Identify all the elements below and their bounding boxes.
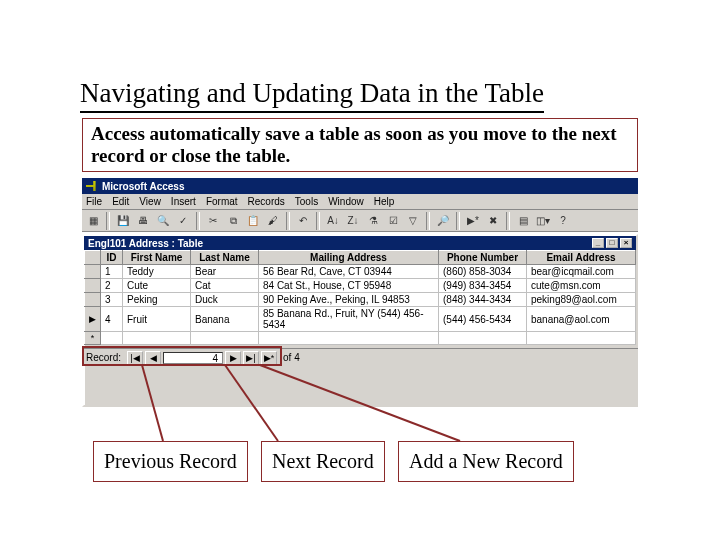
cell-first[interactable]: Teddy xyxy=(123,265,191,279)
cell-email[interactable]: cute@msn.com xyxy=(527,279,636,293)
cell-id[interactable]: 2 xyxy=(101,279,123,293)
paste-icon[interactable]: 📋 xyxy=(244,212,262,230)
cell-phone[interactable] xyxy=(439,332,527,345)
filter-selection-icon[interactable]: ⚗ xyxy=(364,212,382,230)
cell-phone[interactable]: (848) 344-3434 xyxy=(439,293,527,307)
cell-phone[interactable]: (544) 456-5434 xyxy=(439,307,527,332)
menu-file[interactable]: File xyxy=(86,196,102,207)
row-selector-new[interactable]: * xyxy=(85,332,101,345)
menu-help[interactable]: Help xyxy=(374,196,395,207)
row-selector[interactable] xyxy=(85,293,101,307)
table-row[interactable]: 2 Cute Cat 84 Cat St., House, CT 95948 (… xyxy=(85,279,636,293)
table-row[interactable]: ▶ 4 Fruit Banana 85 Banana Rd., Fruit, N… xyxy=(85,307,636,332)
row-selector-current[interactable]: ▶ xyxy=(85,307,101,332)
menu-edit[interactable]: Edit xyxy=(112,196,129,207)
table-row[interactable]: 1 Teddy Bear 56 Bear Rd, Cave, CT 03944 … xyxy=(85,265,636,279)
col-phone[interactable]: Phone Number xyxy=(439,251,527,265)
cell-phone[interactable]: (949) 834-3454 xyxy=(439,279,527,293)
window-buttons: _ □ × xyxy=(592,238,632,248)
toolbar-sep xyxy=(316,212,320,230)
cell-last[interactable]: Banana xyxy=(191,307,259,332)
page-title: Navigating and Updating Data in the Tabl… xyxy=(80,78,544,113)
db-window-icon[interactable]: ▤ xyxy=(514,212,532,230)
menu-insert[interactable]: Insert xyxy=(171,196,196,207)
cell-phone[interactable]: (860) 858-3034 xyxy=(439,265,527,279)
cell-first[interactable]: Fruit xyxy=(123,307,191,332)
cell-id[interactable]: 1 xyxy=(101,265,123,279)
cell-email[interactable]: peking89@aol.com xyxy=(527,293,636,307)
table-row[interactable]: 3 Peking Duck 90 Peking Ave., Peking, IL… xyxy=(85,293,636,307)
toolbar-sep xyxy=(196,212,200,230)
cell-addr[interactable]: 90 Peking Ave., Peking, IL 94853 xyxy=(259,293,439,307)
menu-records[interactable]: Records xyxy=(248,196,285,207)
table-titlebar: Engl101 Address : Table _ □ × xyxy=(84,236,636,250)
app-titlebar: Microsoft Access xyxy=(82,178,638,194)
subtitle-box: Access automatically save a table as soo… xyxy=(82,118,638,172)
help-icon[interactable]: ? xyxy=(554,212,572,230)
save-icon[interactable]: 💾 xyxy=(114,212,132,230)
cell-addr[interactable]: 85 Banana Rd., Fruit, NY (544) 456-5434 xyxy=(259,307,439,332)
cell-email[interactable] xyxy=(527,332,636,345)
cut-icon[interactable]: ✂ xyxy=(204,212,222,230)
cell-email[interactable]: banana@aol.com xyxy=(527,307,636,332)
label-next-record: Next Record xyxy=(261,441,385,482)
table-child-window: Engl101 Address : Table _ □ × ID First N… xyxy=(82,234,638,407)
format-painter-icon[interactable]: 🖌 xyxy=(264,212,282,230)
apply-filter-icon[interactable]: ▽ xyxy=(404,212,422,230)
sort-desc-icon[interactable]: Z↓ xyxy=(344,212,362,230)
new-object-icon[interactable]: ◫▾ xyxy=(534,212,552,230)
toolbar-sep xyxy=(426,212,430,230)
toolbar-sep xyxy=(286,212,290,230)
label-previous-record: Previous Record xyxy=(93,441,248,482)
toolbar-view-icon[interactable]: ▦ xyxy=(84,212,102,230)
menu-view[interactable]: View xyxy=(139,196,161,207)
maximize-button[interactable]: □ xyxy=(606,238,618,248)
new-record-icon[interactable]: ▶* xyxy=(464,212,482,230)
spell-icon[interactable]: ✓ xyxy=(174,212,192,230)
cell-last[interactable]: Duck xyxy=(191,293,259,307)
access-key-icon xyxy=(86,181,98,191)
col-id[interactable]: ID xyxy=(101,251,123,265)
filter-form-icon[interactable]: ☑ xyxy=(384,212,402,230)
cell-addr[interactable]: 84 Cat St., House, CT 95948 xyxy=(259,279,439,293)
minimize-button[interactable]: _ xyxy=(592,238,604,248)
cell-last[interactable]: Bear xyxy=(191,265,259,279)
sort-asc-icon[interactable]: A↓ xyxy=(324,212,342,230)
cell-first[interactable]: Cute xyxy=(123,279,191,293)
undo-icon[interactable]: ↶ xyxy=(294,212,312,230)
row-selector[interactable] xyxy=(85,265,101,279)
data-grid[interactable]: ID First Name Last Name Mailing Address … xyxy=(84,250,636,405)
toolbar: ▦ 💾 🖶 🔍 ✓ ✂ ⧉ 📋 🖌 ↶ A↓ Z↓ ⚗ ☑ ▽ 🔎 ▶* ✖ ▤… xyxy=(82,210,638,232)
table-title: Engl101 Address : Table xyxy=(88,238,203,249)
menu-window[interactable]: Window xyxy=(328,196,364,207)
toolbar-sep xyxy=(456,212,460,230)
cell-id[interactable] xyxy=(101,332,123,345)
cell-first[interactable] xyxy=(123,332,191,345)
col-last-name[interactable]: Last Name xyxy=(191,251,259,265)
row-selector[interactable] xyxy=(85,279,101,293)
header-row: ID First Name Last Name Mailing Address … xyxy=(85,251,636,265)
col-first-name[interactable]: First Name xyxy=(123,251,191,265)
cell-email[interactable]: bear@icqmail.com xyxy=(527,265,636,279)
menu-tools[interactable]: Tools xyxy=(295,196,318,207)
table-row-new[interactable]: * xyxy=(85,332,636,345)
print-icon[interactable]: 🖶 xyxy=(134,212,152,230)
col-mailing[interactable]: Mailing Address xyxy=(259,251,439,265)
find-icon[interactable]: 🔎 xyxy=(434,212,452,230)
cell-addr[interactable] xyxy=(259,332,439,345)
col-rowhead[interactable] xyxy=(85,251,101,265)
delete-record-icon[interactable]: ✖ xyxy=(484,212,502,230)
toolbar-sep xyxy=(106,212,110,230)
preview-icon[interactable]: 🔍 xyxy=(154,212,172,230)
cell-addr[interactable]: 56 Bear Rd, Cave, CT 03944 xyxy=(259,265,439,279)
cell-last[interactable] xyxy=(191,332,259,345)
copy-icon[interactable]: ⧉ xyxy=(224,212,242,230)
cell-id[interactable]: 3 xyxy=(101,293,123,307)
toolbar-sep xyxy=(506,212,510,230)
cell-first[interactable]: Peking xyxy=(123,293,191,307)
col-email[interactable]: Email Address xyxy=(527,251,636,265)
menu-format[interactable]: Format xyxy=(206,196,238,207)
cell-id[interactable]: 4 xyxy=(101,307,123,332)
cell-last[interactable]: Cat xyxy=(191,279,259,293)
close-button[interactable]: × xyxy=(620,238,632,248)
